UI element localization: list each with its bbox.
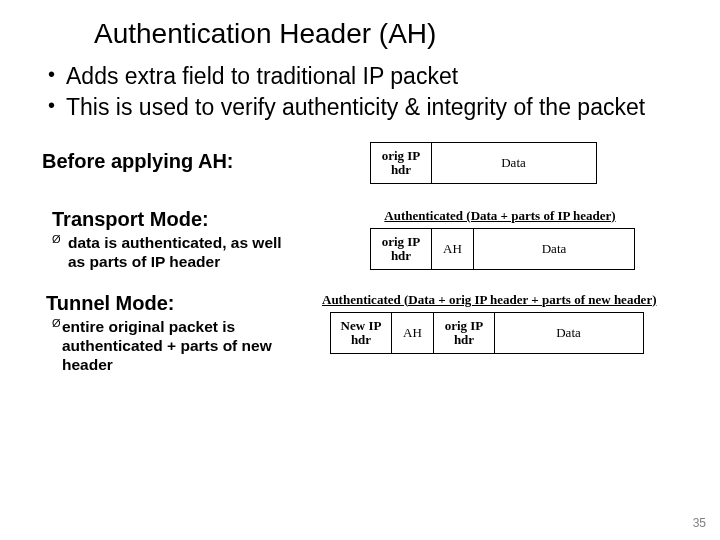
tunnel-mode-sub: entire original packet is authenticated …	[0, 317, 300, 375]
transport-mode-sub: data is authenticated, as well as parts …	[0, 233, 300, 272]
transport-mode-label: Transport Mode:	[0, 208, 370, 231]
cell-orig-ip-hdr: orig IPhdr	[370, 142, 432, 184]
diagram-before: orig IPhdr Data	[370, 142, 595, 184]
before-label: Before applying AH:	[0, 150, 370, 173]
diagram-transport: orig IPhdr AH Data	[370, 228, 634, 270]
transport-caption: Authenticated (Data + parts of IP header…	[370, 208, 630, 224]
bullet-list: Adds extra field to traditional IP packe…	[0, 54, 720, 122]
cell-new-ip-hdr: New IPhdr	[330, 312, 392, 354]
cell-ah: AH	[431, 228, 475, 270]
tunnel-mode-label: Tunnel Mode:	[0, 292, 370, 315]
tunnel-caption: Authenticated (Data + orig IP header + p…	[322, 292, 720, 308]
cell-data: Data	[431, 142, 597, 184]
cell-ah: AH	[391, 312, 435, 354]
cell-orig-ip-hdr: orig IPhdr	[433, 312, 495, 354]
cell-data: Data	[494, 312, 644, 354]
bullet-item: This is used to verify authenticity & in…	[44, 93, 680, 122]
cell-orig-ip-hdr: orig IPhdr	[370, 228, 432, 270]
slide-title: Authentication Header (AH)	[0, 0, 720, 54]
bullet-item: Adds extra field to traditional IP packe…	[44, 62, 680, 91]
diagram-tunnel: New IPhdr AH orig IPhdr Data	[330, 312, 642, 354]
cell-data: Data	[473, 228, 635, 270]
slide-number: 35	[693, 516, 706, 530]
